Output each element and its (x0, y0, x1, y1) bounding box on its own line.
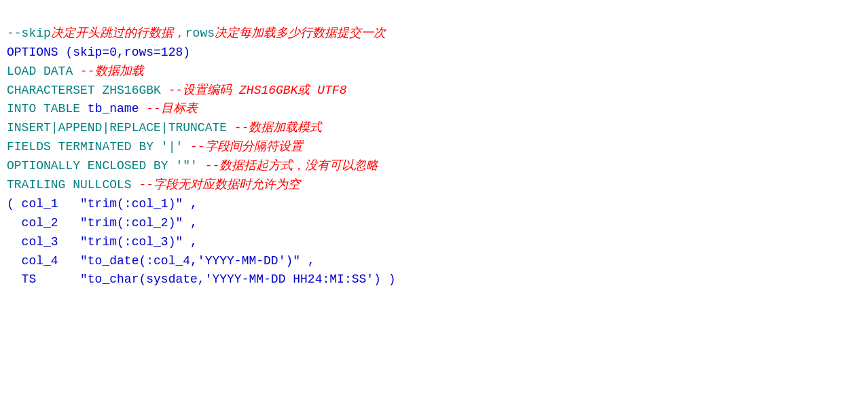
code-line-6: INSERT|APPEND|REPLACE|TRUNCATE --数据加载模式 (7, 119, 861, 138)
code-line-3: LOAD DATA --数据加载 (7, 63, 861, 82)
code-segment: rows (185, 26, 215, 40)
code-segment: 决定每加载多少行数据提交一次 (215, 26, 386, 40)
code-segment: ( col_1 "trim(:col_1)" , (7, 197, 198, 211)
code-segment: --数据加载模式 (234, 121, 323, 135)
code-line-13: col_4 "to_date(:col_4,'YYYY-MM-DD')" , (7, 252, 861, 271)
code-line-10: ( col_1 "trim(:col_1)" , (7, 195, 861, 214)
code-line-9: TRAILING NULLCOLS --字段无对应数据时允许为空 (7, 176, 861, 195)
code-segment: TRAILING NULLCOLS (7, 178, 139, 192)
code-line-5: INTO TABLE tb_name --目标表 (7, 100, 861, 119)
code-line-1: --skip决定开头跳过的行数据，rows决定每加载多少行数据提交一次 (7, 24, 861, 43)
code-segment: CHARACTERSET ZHS16GBK (7, 84, 168, 97)
code-segment: --目标表 (146, 102, 198, 115)
code-segment: INSERT|APPEND|REPLACE|TRUNCATE (7, 121, 234, 135)
code-segment: LOAD DATA (7, 65, 80, 78)
code-line-11: col_2 "trim(:col_2)" , (7, 214, 861, 233)
code-line-8: OPTIONALLY ENCLOSED BY '"' --数据括起方式，没有可以… (7, 157, 861, 176)
code-line-4: CHARACTERSET ZHS16GBK --设置编码 ZHS16GBK或 U… (7, 82, 861, 101)
code-segment: OPTIONALLY ENCLOSED BY '"' (7, 159, 205, 173)
code-line-12: col_3 "trim(:col_3)" , (7, 233, 861, 252)
code-segment: --设置编码 ZHS16GBK或 UTF8 (168, 84, 347, 97)
code-segment: TS "to_char(sysdate,'YYYY-MM-DD HH24:MI:… (7, 272, 396, 286)
code-segment: --数据括起方式，没有可以忽略 (205, 159, 379, 173)
code-display: --skip决定开头跳过的行数据，rows决定每加载多少行数据提交一次OPTIO… (7, 5, 861, 289)
code-segment: 决定开头跳过的行数据， (51, 26, 185, 40)
code-segment: col_4 "to_date(:col_4,'YYYY-MM-DD')" , (7, 254, 315, 268)
code-segment: --数据加载 (80, 65, 144, 78)
code-segment: OPTIONS (skip=0,rows=128) (7, 46, 190, 59)
code-segment: INTO TABLE (7, 102, 88, 115)
code-line-14: TS "to_char(sysdate,'YYYY-MM-DD HH24:MI:… (7, 270, 861, 289)
code-segment: --skip (7, 26, 51, 40)
code-segment: col_2 "trim(:col_2)" , (7, 216, 198, 230)
code-segment: col_3 "trim(:col_3)" , (7, 235, 198, 249)
code-segment: tb_name (88, 102, 146, 115)
code-line-7: FIELDS TERMINATED BY '|' --字段间分隔符设置 (7, 138, 861, 157)
code-segment: FIELDS TERMINATED BY '|' (7, 140, 190, 154)
code-segment: --字段无对应数据时允许为空 (139, 178, 300, 192)
code-line-2: OPTIONS (skip=0,rows=128) (7, 43, 861, 63)
code-segment: --字段间分隔符设置 (190, 140, 303, 154)
